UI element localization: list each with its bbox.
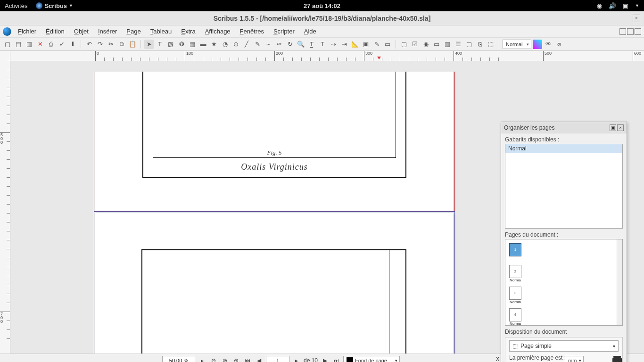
annotation-icon[interactable]: ▭ (383, 40, 392, 49)
print-icon[interactable]: ⎙ (46, 40, 56, 49)
prev-page-icon[interactable]: ◀ (255, 356, 263, 362)
vertical-ruler[interactable]: 500 700 (0, 51, 10, 354)
line-icon[interactable]: ╱ (242, 40, 251, 49)
layout-combo[interactable]: ⬚ Page simple (509, 340, 619, 352)
mdi-maximize-icon[interactable] (627, 28, 634, 35)
battery-icon[interactable]: ▣ (623, 2, 628, 9)
unit-combo[interactable]: mm (565, 356, 584, 362)
menu-page[interactable]: Page (122, 26, 145, 36)
pdf-radio-icon[interactable]: ◉ (421, 40, 430, 49)
unlink-frames-icon[interactable]: ⇥ (339, 40, 349, 49)
page-1[interactable]: Fig. 5 Oxalis Virginicus (95, 72, 454, 211)
pdf-link-icon[interactable]: ⎘ (475, 40, 485, 49)
page-thumb-2[interactable]: 2Norma (509, 265, 521, 278)
zoom-icon[interactable]: 🔍 (296, 40, 305, 49)
open-icon[interactable]: ▤ (14, 40, 23, 49)
preview-icon[interactable]: 👁 (544, 40, 553, 49)
mdi-minimize-icon[interactable] (619, 28, 626, 35)
eyedropper-icon[interactable]: ✎ (372, 40, 381, 49)
zoom-reset-icon[interactable]: ⊚ (221, 356, 229, 362)
zoom-input[interactable] (162, 356, 195, 362)
page-thumb-1[interactable]: 1Norma (509, 243, 521, 256)
spiral-icon[interactable]: ⊙ (231, 40, 240, 49)
polygon-icon[interactable]: ★ (209, 40, 219, 49)
zoom-out-icon[interactable]: ⊖ (209, 356, 218, 362)
volume-icon[interactable]: 🔊 (609, 2, 616, 9)
close-doc-icon[interactable]: ✕ (35, 40, 45, 49)
page-thumb-3[interactable]: 3Norma (509, 287, 521, 300)
trash-icon[interactable] (612, 358, 622, 362)
next-page-icon[interactable]: ▶ (321, 356, 329, 362)
menu-table[interactable]: Tableau (146, 26, 177, 36)
wifi-icon[interactable]: ◉ (597, 2, 602, 9)
page-thumb-4[interactable]: 4Norma (509, 308, 521, 321)
preflight-icon[interactable]: ✓ (57, 40, 66, 49)
menu-file[interactable]: Fichier (13, 26, 41, 36)
pdf-annotation-icon[interactable]: ▢ (464, 40, 474, 49)
text-frame-icon[interactable]: T (155, 40, 165, 49)
activities-label[interactable]: Activités (5, 2, 27, 9)
calligraphy-icon[interactable]: ✑ (274, 40, 284, 49)
cut-icon[interactable]: ✂ (106, 40, 116, 49)
save-icon[interactable]: ▥ (25, 40, 34, 49)
redo-icon[interactable]: ↷ (95, 40, 105, 49)
story-editor-icon[interactable]: T (318, 40, 327, 49)
measure-icon[interactable]: 📐 (350, 40, 360, 49)
undo-icon[interactable]: ↶ (84, 40, 94, 49)
clock[interactable]: 27 aoû 14:02 (304, 2, 340, 9)
chevron-down-icon[interactable]: ▼ (635, 3, 639, 8)
image-frame-icon[interactable]: ▧ (166, 40, 175, 49)
shade-icon[interactable]: ▣ (610, 124, 616, 131)
zoom-in-icon[interactable]: ⊕ (232, 356, 240, 362)
menu-object[interactable]: Objet (69, 26, 93, 36)
paste-icon[interactable]: 📋 (128, 40, 137, 49)
menu-display[interactable]: Affichage (200, 26, 235, 36)
edit-in-preview-icon[interactable]: ⌀ (554, 40, 564, 49)
master-page-item[interactable]: Normal (505, 144, 622, 153)
zoom-stepper-icon[interactable]: ▸ (198, 356, 206, 362)
layer-combo[interactable]: Fond de page (343, 356, 400, 362)
edit-text-icon[interactable]: T̲ (307, 40, 316, 49)
mdi-close-icon[interactable] (635, 28, 641, 35)
last-page-icon[interactable]: ⏭ (332, 356, 340, 362)
cms-icon[interactable] (533, 40, 542, 49)
pdf-3d-icon[interactable]: ⬚ (486, 40, 495, 49)
page-input[interactable] (266, 356, 289, 362)
first-page-icon[interactable]: ⏮ (243, 356, 252, 362)
rotate-icon[interactable]: ↻ (285, 40, 295, 49)
menu-extra[interactable]: Extra (176, 26, 200, 36)
close-panel-icon[interactable]: × (617, 124, 624, 131)
document-pages-list[interactable]: 1Norma 2Norma 3Norma 4Norma (505, 239, 623, 326)
pdf-export-icon[interactable]: ⬇ (68, 40, 77, 49)
pdf-checkbox-icon[interactable]: ☑ (410, 40, 420, 49)
menu-insert[interactable]: Insérer (93, 26, 122, 36)
page-stepper-icon[interactable]: ▸ (292, 356, 301, 362)
menu-help[interactable]: Aide (299, 26, 321, 36)
menu-scripter[interactable]: Scripter (269, 26, 299, 36)
page-organizer-panel[interactable]: Organiser les pages ▣ × Gabarits disponi… (501, 122, 627, 362)
copy-props-icon[interactable]: ▣ (361, 40, 371, 49)
copy-icon[interactable]: ⧉ (117, 40, 126, 49)
close-icon[interactable]: × (633, 15, 640, 22)
menu-edit[interactable]: Édition (41, 26, 69, 36)
horizontal-ruler[interactable]: 0 100 200 300 400 500 600 (10, 51, 644, 61)
window-titlebar[interactable]: Scribus 1.5.5 - [/home/ali/work/le75/18-… (0, 11, 644, 25)
table-icon[interactable]: ▦ (188, 40, 197, 49)
new-icon[interactable]: ▢ (3, 40, 12, 49)
render-frame-icon[interactable]: ❂ (177, 40, 186, 49)
active-app[interactable]: Scribus ▼ (36, 2, 73, 9)
pdf-listbox-icon[interactable]: ☰ (454, 40, 463, 49)
shape-icon[interactable]: ▬ (198, 40, 208, 49)
bezier-icon[interactable]: ✎ (253, 40, 262, 49)
masters-list[interactable]: Normal (505, 144, 623, 229)
scrollbar[interactable] (617, 239, 622, 325)
freehand-icon[interactable]: ～ (264, 40, 273, 49)
arc-icon[interactable]: ◔ (220, 40, 230, 49)
page-2[interactable]: Fig. 1 Fig. 2 Fig. 3 (95, 213, 454, 354)
link-frames-icon[interactable]: ⇢ (329, 40, 338, 49)
pdf-button-icon[interactable]: ▢ (399, 40, 409, 49)
select-tool-icon[interactable]: ➤ (144, 40, 154, 49)
preview-mode-combo[interactable]: Normal (503, 40, 531, 49)
menu-windows[interactable]: Fenêtres (235, 26, 269, 36)
pdf-textfield-icon[interactable]: ▭ (432, 40, 441, 49)
